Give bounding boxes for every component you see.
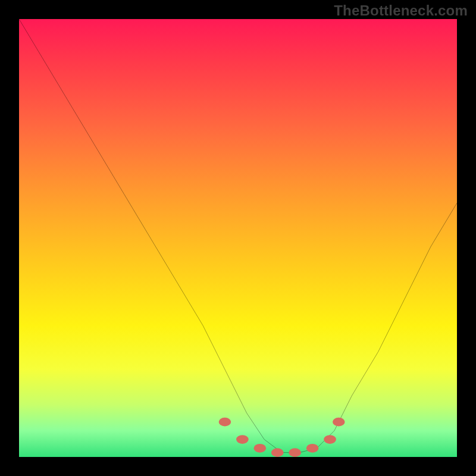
optimal-marker [306,444,319,453]
plot-area [19,19,457,457]
bottleneck-curve [19,19,457,453]
watermark-text: TheBottleneck.com [334,2,468,19]
optimal-marker [289,448,301,457]
chart-frame: TheBottleneck.com [0,0,476,476]
optimal-marker [236,435,249,444]
optimal-marker [253,444,266,453]
optimal-range-markers [219,418,345,457]
optimal-marker [219,418,231,427]
curve-svg [19,19,457,457]
optimal-marker [324,435,336,444]
optimal-marker [271,448,284,457]
optimal-marker [333,418,345,427]
